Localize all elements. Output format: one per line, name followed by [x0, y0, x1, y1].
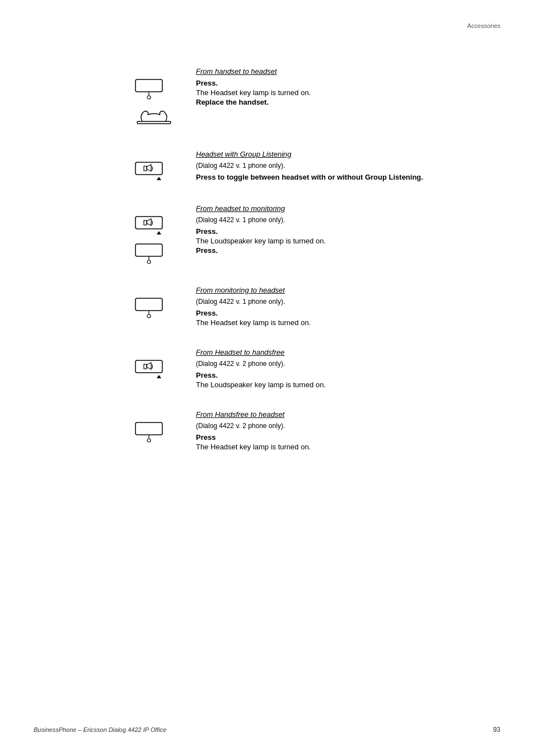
header-label: Accessories	[467, 22, 500, 29]
instruction-text-from-headset-to-monitoring-2: Press.	[196, 246, 218, 255]
instruction-text-from-headset-to-monitoring-0: Press.	[196, 227, 218, 236]
icon-col-from-monitoring-to-headset	[134, 286, 196, 320]
svg-rect-5	[144, 166, 147, 171]
headset-key-icon	[134, 243, 163, 266]
svg-rect-19	[144, 364, 147, 369]
speaker-key-icon	[134, 161, 163, 184]
section-title-from-handset-to-headset: From handset to headset	[196, 67, 500, 76]
speaker-key-icon	[134, 215, 163, 238]
section-from-headset-to-monitoring: From headset to monitoring(Dialog 4422 v…	[134, 204, 500, 266]
section-from-handset-to-headset: From handset to headsetPress.The Headset…	[134, 67, 500, 130]
instruction-line-from-headset-to-handsfree-0: Press.	[196, 371, 500, 379]
text-col-from-handset-to-headset: From handset to headsetPress.The Headset…	[196, 67, 500, 107]
svg-point-1	[147, 96, 151, 99]
svg-rect-18	[135, 360, 162, 373]
section-title-from-monitoring-to-headset: From monitoring to headset	[196, 286, 500, 294]
svg-rect-12	[135, 244, 162, 256]
headset-key-icon	[134, 78, 163, 101]
svg-rect-0	[135, 79, 162, 92]
section-from-headset-to-handsfree: From Headset to handsfree(Dialog 4422 v.…	[134, 348, 500, 390]
svg-rect-8	[135, 217, 162, 229]
instruction-line-from-headset-to-handsfree-1: The Loudspeaker key lamp is turned on.	[196, 381, 500, 389]
svg-marker-11	[157, 231, 161, 234]
icon-col-headset-with-group-listening	[134, 150, 196, 184]
section-subtitle-from-handsfree-to-headset: (Dialog 4422 v. 2 phone only).	[196, 422, 500, 430]
svg-marker-10	[147, 219, 151, 226]
icon-col-from-headset-to-monitoring	[134, 204, 196, 266]
svg-marker-21	[157, 375, 161, 378]
instruction-text-from-headset-to-monitoring-1: The Loudspeaker key lamp is turned on.	[196, 237, 326, 245]
icon-col-from-handset-to-headset	[134, 67, 196, 130]
section-title-from-headset-to-monitoring: From headset to monitoring	[196, 204, 500, 213]
svg-marker-7	[157, 177, 161, 180]
instruction-line-from-handset-to-headset-1: The Headset key lamp is turned on.	[196, 88, 500, 97]
section-subtitle-headset-with-group-listening: (Dialog 4422 v. 1 phone only).	[196, 162, 500, 170]
text-col-from-headset-to-handsfree: From Headset to handsfree(Dialog 4422 v.…	[196, 348, 500, 390]
headset-key-icon	[134, 421, 163, 444]
footer-page: 93	[493, 726, 500, 734]
page-container: Accessories From handset to headsetPress…	[0, 0, 534, 756]
text-col-from-handsfree-to-headset: From Handsfree to headset(Dialog 4422 v.…	[196, 410, 500, 452]
text-col-from-headset-to-monitoring: From headset to monitoring(Dialog 4422 v…	[196, 204, 500, 256]
text-col-from-monitoring-to-headset: From monitoring to headset(Dialog 4422 v…	[196, 286, 500, 328]
svg-marker-6	[147, 165, 151, 171]
text-col-headset-with-group-listening: Headset with Group Listening(Dialog 4422…	[196, 150, 500, 182]
section-from-handsfree-to-headset: From Handsfree to headset(Dialog 4422 v.…	[134, 410, 500, 452]
instruction-line-headset-with-group-listening-0: Press to toggle between headset with or …	[196, 173, 500, 181]
instruction-line-from-monitoring-to-headset-0: Press.	[196, 309, 500, 317]
headset-key-icon	[134, 297, 163, 320]
section-from-monitoring-to-headset: From monitoring to headset(Dialog 4422 v…	[134, 286, 500, 328]
instruction-text-from-handset-to-headset-2: Replace the handset.	[196, 98, 269, 106]
svg-rect-4	[135, 162, 162, 175]
instruction-text-from-monitoring-to-headset-1: The Headset key lamp is turned on.	[196, 318, 311, 327]
svg-point-16	[147, 314, 151, 318]
section-title-headset-with-group-listening: Headset with Group Listening	[196, 150, 500, 158]
section-subtitle-from-monitoring-to-headset: (Dialog 4422 v. 1 phone only).	[196, 298, 500, 306]
instruction-text-from-headset-to-handsfree-0: Press.	[196, 371, 218, 379]
svg-point-13	[147, 260, 151, 264]
instruction-text-from-handset-to-headset-1: The Headset key lamp is turned on.	[196, 88, 311, 97]
section-title-from-handsfree-to-headset: From Handsfree to headset	[196, 410, 500, 419]
instruction-line-from-headset-to-monitoring-0: Press.	[196, 227, 500, 236]
svg-rect-9	[144, 220, 147, 225]
instruction-text-from-monitoring-to-headset-0: Press.	[196, 309, 218, 317]
instruction-text-from-headset-to-handsfree-1: The Loudspeaker key lamp is turned on.	[196, 381, 326, 389]
instruction-line-from-handsfree-to-headset-0: Press	[196, 433, 500, 442]
section-subtitle-from-headset-to-handsfree: (Dialog 4422 v. 2 phone only).	[196, 360, 500, 368]
instruction-line-from-headset-to-monitoring-1: The Loudspeaker key lamp is turned on.	[196, 237, 500, 245]
svg-marker-20	[147, 363, 151, 369]
instruction-line-from-handset-to-headset-0: Press.	[196, 79, 500, 87]
section-title-from-headset-to-handsfree: From Headset to handsfree	[196, 348, 500, 356]
instruction-text-from-handsfree-to-headset-0: Press	[196, 433, 216, 442]
instruction-line-from-handset-to-headset-2: Replace the handset.	[196, 98, 500, 106]
instruction-line-from-headset-to-monitoring-2: Press.	[196, 246, 500, 255]
footer-text: BusinessPhone – Ericsson Dialog 4422 IP …	[34, 726, 166, 733]
section-subtitle-from-headset-to-monitoring: (Dialog 4422 v. 1 phone only).	[196, 216, 500, 224]
footer: BusinessPhone – Ericsson Dialog 4422 IP …	[34, 726, 500, 734]
content-area: From handset to headsetPress.The Headset…	[134, 67, 500, 452]
icon-col-from-headset-to-handsfree	[134, 348, 196, 382]
instruction-line-from-handsfree-to-headset-1: The Headset key lamp is turned on.	[196, 443, 500, 451]
svg-point-23	[147, 439, 151, 442]
svg-rect-3	[137, 121, 171, 124]
svg-rect-22	[135, 422, 162, 435]
instruction-text-from-handsfree-to-headset-1: The Headset key lamp is turned on.	[196, 443, 311, 451]
instruction-text-from-handset-to-headset-0: Press.	[196, 79, 218, 87]
section-headset-with-group-listening: Headset with Group Listening(Dialog 4422…	[134, 150, 500, 184]
instruction-line-from-monitoring-to-headset-1: The Headset key lamp is turned on.	[196, 318, 500, 327]
icon-col-from-handsfree-to-headset	[134, 410, 196, 444]
speaker-key-icon	[134, 359, 163, 382]
svg-rect-15	[135, 298, 162, 311]
handset-cradle-icon	[134, 106, 174, 130]
instruction-text-headset-with-group-listening-0: Press to toggle between headset with or …	[196, 173, 423, 181]
